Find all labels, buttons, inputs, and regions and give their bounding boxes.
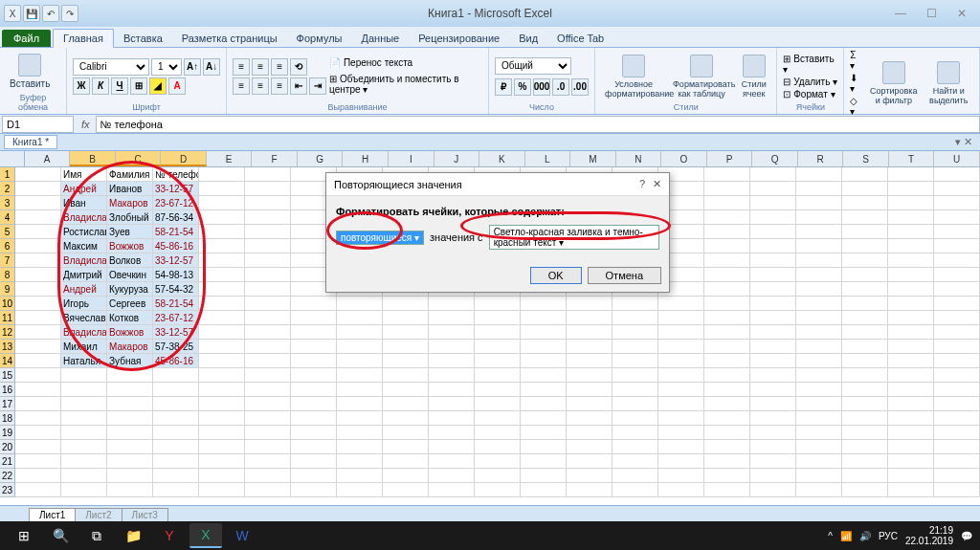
cell-R18[interactable] (796, 411, 842, 426)
cell-D18[interactable] (153, 411, 199, 426)
cell-E23[interactable] (199, 483, 245, 497)
cell-G23[interactable] (291, 483, 337, 497)
cell-S20[interactable] (842, 440, 888, 454)
col-header-U[interactable]: U (934, 151, 980, 166)
duplicate-type-select[interactable]: повторяющиеся ▾ (336, 231, 424, 245)
cell-B12[interactable]: Владислав (61, 325, 107, 340)
cell-R16[interactable] (796, 383, 842, 397)
minimize-button[interactable]: — (886, 5, 915, 22)
row-headers[interactable]: 1234567891011121314151617181920212223 (0, 167, 15, 497)
cell-D9[interactable]: 57-54-32 (153, 282, 199, 297)
cell-J18[interactable] (429, 411, 475, 426)
col-header-A[interactable]: A (25, 151, 71, 166)
cell-H18[interactable] (337, 411, 383, 426)
cell-I20[interactable] (383, 440, 429, 454)
cell-P21[interactable] (704, 454, 750, 469)
sheet-tab-2[interactable]: Лист2 (75, 508, 122, 521)
cell-U22[interactable] (934, 469, 980, 483)
cell-U19[interactable] (934, 426, 980, 440)
row-header-15[interactable]: 15 (0, 368, 14, 383)
cell-A9[interactable] (15, 282, 61, 297)
row-header-9[interactable]: 9 (0, 282, 14, 297)
cell-E6[interactable] (199, 239, 245, 253)
cell-D6[interactable]: 45-86-16 (153, 239, 199, 253)
cell-B7[interactable]: Владислав (61, 253, 107, 268)
tab-view[interactable]: Вид (509, 30, 547, 47)
cell-P23[interactable] (704, 483, 750, 497)
cell-U11[interactable] (934, 311, 980, 325)
cell-S9[interactable] (842, 282, 888, 297)
search-icon[interactable]: 🔍 (44, 523, 77, 548)
cell-J20[interactable] (429, 440, 475, 454)
cell-T17[interactable] (888, 397, 934, 411)
cell-A5[interactable] (15, 225, 61, 239)
cell-S23[interactable] (842, 483, 888, 497)
row-header-11[interactable]: 11 (0, 311, 14, 325)
cell-T15[interactable] (888, 368, 934, 383)
cell-F20[interactable] (245, 440, 291, 454)
cell-O11[interactable] (658, 311, 704, 325)
cell-D15[interactable] (153, 368, 199, 383)
cell-F14[interactable] (245, 354, 291, 368)
cell-B11[interactable]: Вячеслав (61, 311, 107, 325)
cell-U6[interactable] (934, 239, 980, 253)
cell-E8[interactable] (199, 268, 245, 282)
cell-T13[interactable] (888, 340, 934, 354)
cell-F2[interactable] (245, 182, 291, 196)
cell-C11[interactable]: Котков (107, 311, 153, 325)
cell-K10[interactable] (475, 297, 521, 311)
cell-T19[interactable] (888, 426, 934, 440)
inc-decimal-icon[interactable]: .0 (552, 78, 569, 96)
cell-Q5[interactable] (750, 225, 796, 239)
cell-B8[interactable]: Дмитрий (61, 268, 107, 282)
cell-T23[interactable] (888, 483, 934, 497)
cell-E22[interactable] (199, 469, 245, 483)
cell-L18[interactable] (521, 411, 567, 426)
cell-R12[interactable] (796, 325, 842, 340)
cell-R3[interactable] (796, 196, 842, 210)
formula-input[interactable]: № телефона (96, 116, 980, 133)
cell-B3[interactable]: Иван (61, 196, 107, 210)
row-header-19[interactable]: 19 (0, 426, 14, 440)
cell-M21[interactable] (567, 454, 612, 469)
cell-C12[interactable]: Вожжов (107, 325, 153, 340)
cell-T11[interactable] (888, 311, 934, 325)
cell-U18[interactable] (934, 411, 980, 426)
cell-T7[interactable] (888, 253, 934, 268)
cell-N22[interactable] (612, 469, 658, 483)
cell-R20[interactable] (796, 440, 842, 454)
cell-C22[interactable] (107, 469, 153, 483)
cell-E12[interactable] (199, 325, 245, 340)
cell-O17[interactable] (658, 397, 704, 411)
shrink-font-icon[interactable]: A↓ (203, 58, 220, 76)
cell-J16[interactable] (429, 383, 475, 397)
cell-F18[interactable] (245, 411, 291, 426)
cell-L16[interactable] (521, 383, 567, 397)
cell-A12[interactable] (15, 325, 61, 340)
cell-E10[interactable] (199, 297, 245, 311)
cell-H22[interactable] (337, 469, 383, 483)
cell-R9[interactable] (796, 282, 842, 297)
cell-S2[interactable] (842, 182, 888, 196)
cell-S18[interactable] (842, 411, 888, 426)
sheet-tab-3[interactable]: Лист3 (122, 508, 168, 521)
col-header-T[interactable]: T (889, 151, 935, 166)
cell-C16[interactable] (107, 383, 153, 397)
cell-I19[interactable] (383, 426, 429, 440)
tab-office[interactable]: Office Tab (547, 30, 613, 47)
col-header-K[interactable]: K (479, 151, 525, 166)
col-header-I[interactable]: I (389, 151, 434, 166)
format-style-select[interactable]: Светло-красная заливка и темно-красный т… (489, 225, 659, 250)
cell-S4[interactable] (842, 210, 888, 225)
cell-I18[interactable] (383, 411, 429, 426)
cell-Q16[interactable] (750, 383, 796, 397)
cell-Q22[interactable] (750, 469, 796, 483)
cell-S5[interactable] (842, 225, 888, 239)
cell-T20[interactable] (888, 440, 934, 454)
cell-N19[interactable] (612, 426, 658, 440)
cell-C19[interactable] (107, 426, 153, 440)
font-size-select[interactable]: 11 (151, 58, 182, 76)
italic-icon[interactable]: К (92, 77, 109, 95)
cell-P4[interactable] (704, 210, 750, 225)
cell-U13[interactable] (934, 340, 980, 354)
